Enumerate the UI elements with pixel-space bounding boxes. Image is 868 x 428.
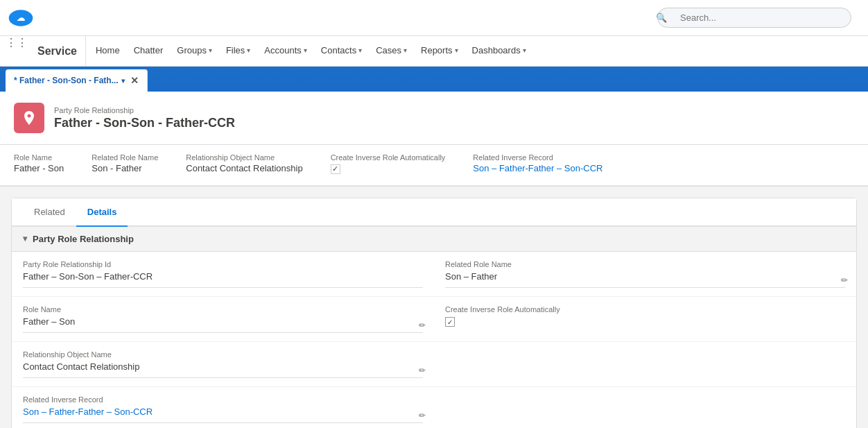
- field-party-role-id: Party Role Relationship Id Father – Son-…: [12, 252, 434, 297]
- summary-field-related-inverse: Related Inverse Record Son – Father-Fath…: [473, 153, 602, 174]
- edit-icon[interactable]: ✏: [419, 366, 426, 375]
- nav-item-files[interactable]: Files ▾: [219, 36, 257, 66]
- top-bar: ☁ 🔍: [0, 0, 868, 36]
- field-create-inverse: Create Inverse Role Automatically ✓: [434, 297, 856, 342]
- chevron-down-icon: ▾: [403, 46, 407, 54]
- detail-section-header: ▾ Party Role Relationship: [12, 227, 856, 252]
- edit-icon[interactable]: ✏: [419, 320, 426, 330]
- record-icon: [14, 103, 44, 133]
- create-inverse-checkbox-detail: ✓: [445, 317, 455, 327]
- tab-record-label: * Father - Son-Son - Fath...: [14, 76, 119, 85]
- content-tabs: Related Details: [12, 198, 856, 227]
- nav-item-reports[interactable]: Reports ▾: [414, 36, 465, 66]
- summary-related-inverse-value[interactable]: Son – Father-Father – Son-CCR: [473, 163, 602, 173]
- nav-dashboards-label: Dashboards: [472, 45, 521, 55]
- create-inverse-checkbox: ✓: [331, 164, 340, 174]
- nav-files-label: Files: [226, 45, 245, 55]
- field-related-role-name: Related Role Name Son – Father ✏: [434, 252, 856, 297]
- nav-brand-label: Service: [37, 45, 77, 58]
- tab-details[interactable]: Details: [76, 198, 128, 227]
- object-type-label: Party Role Relationship: [54, 106, 235, 114]
- nav-bar: ⋮⋮ Service Home Chatter Groups ▾ Files ▾…: [0, 36, 868, 67]
- detail-card: ▾ Party Role Relationship Party Role Rel…: [12, 227, 856, 429]
- field-related-inverse-record: Related Inverse Record Son – Father-Fath…: [12, 387, 434, 429]
- summary-field-related-role: Related Role Name Son - Father: [92, 153, 158, 174]
- nav-contacts-label: Contacts: [321, 45, 356, 55]
- nav-reports-label: Reports: [421, 45, 453, 55]
- tab-related[interactable]: Related: [23, 198, 76, 227]
- section-title: Party Role Relationship: [33, 234, 134, 244]
- summary-field-relationship-object: Relationship Object Name Contact Contact…: [186, 153, 302, 174]
- field-create-inverse-label: Create Inverse Role Automatically: [445, 305, 845, 314]
- nav-chatter-label: Chatter: [134, 45, 164, 55]
- main-content: Related Details ▾ Party Role Relationshi…: [0, 187, 868, 429]
- summary-related-inverse-label: Related Inverse Record: [473, 153, 602, 162]
- chevron-down-icon: ▾: [121, 77, 125, 85]
- field-relationship-object-name: Relationship Object Name Contact Contact…: [12, 342, 434, 387]
- chevron-down-icon: ▾: [209, 46, 212, 54]
- summary-create-inverse-label: Create Inverse Role Automatically: [331, 153, 446, 162]
- nav-cases-label: Cases: [376, 45, 401, 55]
- edit-icon[interactable]: ✏: [419, 411, 426, 420]
- field-relationship-object-name-value: Contact Contact Relationship: [23, 361, 423, 378]
- summary-field-role-name: Role Name Father - Son: [14, 153, 64, 174]
- field-party-role-id-label: Party Role Relationship Id: [23, 260, 423, 268]
- record-type-icon: [21, 110, 37, 126]
- nav-item-contacts[interactable]: Contacts ▾: [314, 36, 369, 66]
- nav-item-dashboards[interactable]: Dashboards ▾: [465, 36, 533, 66]
- summary-relationship-obj-label: Relationship Object Name: [186, 153, 302, 162]
- summary-create-inverse-value: ✓: [331, 163, 446, 174]
- chevron-down-icon: ▾: [455, 46, 458, 54]
- grid-icon[interactable]: ⋮⋮: [6, 36, 28, 66]
- tab-close-button[interactable]: ✕: [130, 75, 139, 86]
- field-party-role-id-value: Father – Son-Son – Father-CCR: [23, 271, 423, 288]
- search-icon: 🔍: [656, 12, 667, 23]
- chevron-down-icon: ▾: [247, 46, 250, 54]
- field-role-name-label: Role Name: [23, 305, 423, 314]
- chevron-down-icon: ▾: [358, 46, 362, 54]
- field-empty-2: [434, 387, 856, 429]
- summary-role-name-value: Father - Son: [14, 163, 64, 173]
- summary-role-name-label: Role Name: [14, 153, 64, 162]
- nav-groups-label: Groups: [177, 45, 207, 55]
- field-related-inverse-record-label: Related Inverse Record: [23, 395, 423, 404]
- summary-relationship-obj-value: Contact Contact Relationship: [186, 163, 302, 173]
- nav-item-chatter[interactable]: Chatter: [127, 36, 171, 66]
- tab-record[interactable]: * Father - Son-Son - Fath... ▾ ✕: [6, 69, 148, 92]
- chevron-down-icon: ▾: [523, 46, 526, 54]
- svg-text:☁: ☁: [17, 13, 25, 23]
- nav-item-groups[interactable]: Groups ▾: [170, 36, 219, 66]
- nav-home-label: Home: [96, 45, 120, 55]
- section-collapse-icon[interactable]: ▾: [23, 234, 27, 243]
- chevron-down-icon: ▾: [304, 46, 307, 54]
- field-related-inverse-record-value[interactable]: Son – Father-Father – Son-CCR: [23, 406, 423, 423]
- nav-brand: Service: [35, 36, 86, 66]
- summary-related-role-label: Related Role Name: [92, 153, 158, 162]
- nav-item-cases[interactable]: Cases ▾: [369, 36, 414, 66]
- salesforce-logo: ☁: [8, 6, 33, 31]
- edit-icon[interactable]: ✏: [841, 275, 848, 285]
- record-header: Party Role Relationship Father - Son-Son…: [0, 92, 868, 145]
- record-header-text: Party Role Relationship Father - Son-Son…: [54, 106, 235, 130]
- field-related-role-name-value: Son – Father: [445, 271, 845, 288]
- nav-item-home[interactable]: Home: [89, 36, 127, 66]
- field-relationship-object-name-label: Relationship Object Name: [23, 350, 423, 359]
- nav-item-accounts[interactable]: Accounts ▾: [257, 36, 313, 66]
- record-name: Father - Son-Son - Father-CCR: [54, 116, 235, 130]
- search-input[interactable]: [657, 8, 851, 28]
- tab-details-label: Details: [87, 207, 117, 217]
- field-empty: [434, 342, 856, 387]
- search-bar[interactable]: 🔍: [649, 0, 860, 36]
- summary-related-role-value: Son - Father: [92, 163, 158, 173]
- field-role-name: Role Name Father – Son ✏: [12, 297, 434, 342]
- detail-fields: Party Role Relationship Id Father – Son-…: [12, 252, 856, 429]
- field-related-role-name-label: Related Role Name: [445, 260, 845, 268]
- tabs-bar: * Father - Son-Son - Fath... ▾ ✕: [0, 67, 868, 92]
- summary-field-create-inverse: Create Inverse Role Automatically ✓: [331, 153, 446, 174]
- field-role-name-value: Father – Son: [23, 316, 423, 333]
- tab-related-label: Related: [34, 207, 65, 217]
- record-summary: Role Name Father - Son Related Role Name…: [0, 145, 868, 187]
- nav-accounts-label: Accounts: [264, 45, 301, 55]
- field-create-inverse-value: ✓: [445, 316, 845, 333]
